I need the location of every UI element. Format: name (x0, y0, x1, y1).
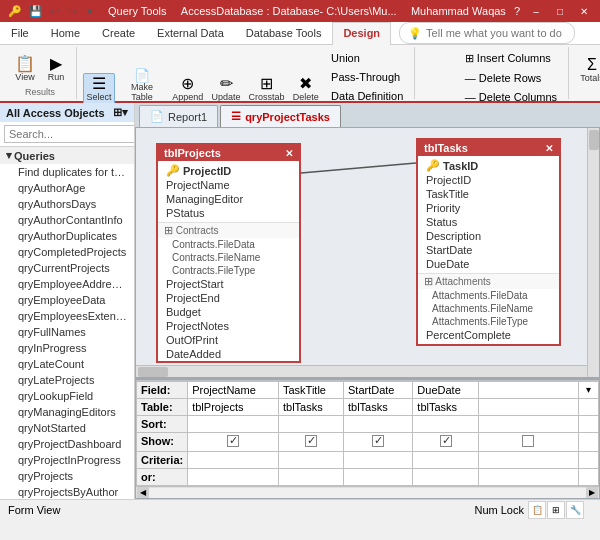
sidebar-item-qryauthorage[interactable]: qryAuthorAge (0, 180, 134, 196)
tab-database-tools[interactable]: Database Tools (235, 22, 333, 44)
tab-create[interactable]: Create (91, 22, 146, 44)
grid-cell-startdate-field[interactable]: StartDate (343, 382, 412, 399)
insert-columns-button[interactable]: ⊞ Insert Columns (460, 49, 562, 68)
pass-through-button[interactable]: Pass-Through (326, 68, 408, 86)
grid-cell-dropdown[interactable]: ▾ (579, 382, 599, 399)
sidebar-item-qryprojectsbyauthor[interactable]: qryProjectsByAuthor (0, 484, 134, 499)
save-qa-btn[interactable]: 💾 (28, 3, 44, 19)
sidebar-item-qryprojects[interactable]: qryProjects (0, 468, 134, 484)
totals-button[interactable]: Σ Totals (575, 54, 600, 86)
table-area[interactable]: tblProjects ✕ 🔑 ProjectID ProjectName Ma… (136, 128, 599, 380)
form-view-btn[interactable]: 📋 (528, 501, 546, 519)
dropdown-qa-btn[interactable]: ▾ (82, 3, 98, 19)
sidebar-item-qryauthorsdays[interactable]: qryAuthorsDays (0, 196, 134, 212)
sidebar-item-qrymanagingeditors[interactable]: qryManagingEditors (0, 404, 134, 420)
run-button[interactable]: ▶ Run (42, 53, 70, 85)
sidebar-item-qrylatecount[interactable]: qryLateCount (0, 356, 134, 372)
sidebar-item-qrylookupfield[interactable]: qryLookupField (0, 388, 134, 404)
scroll-right-btn[interactable]: ▶ (586, 487, 598, 499)
design-view-btn[interactable]: 🔧 (566, 501, 584, 519)
grid-cell-duedate-table[interactable]: tblTasks (413, 399, 479, 416)
grid-cell-duedate-show[interactable] (413, 433, 479, 452)
append-button[interactable]: ⊕ Append (169, 73, 206, 105)
contracts-expand-icon[interactable]: ⊞ (164, 224, 173, 236)
show-checkbox-duedate[interactable] (440, 435, 452, 447)
sidebar-search-input[interactable] (4, 125, 135, 143)
grid-cell-projectname-criteria[interactable] (188, 452, 279, 469)
grid-cell-projectname-show[interactable] (188, 433, 279, 452)
sidebar-item-qryauthorcontantinfo[interactable]: qryAuthorContantInfo (0, 212, 134, 228)
grid-cell-tasktitle-table[interactable]: tblTasks (278, 399, 343, 416)
update-button[interactable]: ✏ Update (208, 73, 243, 105)
grid-cell-tasktitle-or[interactable] (278, 469, 343, 486)
grid-cell-empty-field[interactable] (478, 382, 578, 399)
doc-tab-report1[interactable]: 📄 Report1 (139, 105, 218, 127)
redo-qa-btn[interactable]: ↪ (64, 3, 80, 19)
grid-cell-duedate-or[interactable] (413, 469, 479, 486)
tell-me-input[interactable] (426, 27, 566, 39)
union-button[interactable]: Union (326, 49, 408, 67)
maximize-btn[interactable]: □ (552, 3, 568, 19)
show-checkbox-startdate[interactable] (372, 435, 384, 447)
layout-view-btn[interactable]: ⊞ (547, 501, 565, 519)
tab-home[interactable]: Home (40, 22, 91, 44)
sidebar-item-qryinprogress[interactable]: qryInProgress (0, 340, 134, 356)
attachments-expand-icon[interactable]: ⊞ (424, 275, 433, 287)
minimize-btn[interactable]: – (528, 3, 544, 19)
sidebar-item-qryfullnames[interactable]: qryFullNames (0, 324, 134, 340)
sidebar-item-findduplicates[interactable]: Find duplicates for tblAuthors (0, 164, 134, 180)
grid-cell-projectname-table[interactable]: tblProjects (188, 399, 279, 416)
tblprojects-close-icon[interactable]: ✕ (285, 148, 293, 159)
grid-cell-tasktitle-field[interactable]: TaskTitle (278, 382, 343, 399)
horizontal-scrollbar-grid[interactable]: ◀ ▶ (136, 486, 599, 498)
grid-cell-tasktitle-criteria[interactable] (278, 452, 343, 469)
sidebar-item-qrylateprojects[interactable]: qryLateProjects (0, 372, 134, 388)
sidebar-item-qrynotstarted[interactable]: qryNotStarted (0, 420, 134, 436)
select-button[interactable]: ☰ Select (83, 73, 115, 105)
sidebar-item-qryemployeeaddresses[interactable]: qryEmployeeAddresses (0, 276, 134, 292)
grid-cell-tasktitle-sort[interactable] (278, 416, 343, 433)
dropdown-icon[interactable]: ▾ (586, 384, 591, 395)
grid-cell-empty-show[interactable] (478, 433, 578, 452)
vertical-scrollbar[interactable] (587, 128, 599, 377)
grid-cell-startdate-criteria[interactable] (343, 452, 412, 469)
crosstab-button[interactable]: ⊞ Crosstab (246, 73, 288, 105)
sidebar-item-qryemployeesextended[interactable]: qryEmployeesExtended (0, 308, 134, 324)
tell-me-box[interactable]: 💡 (399, 22, 575, 44)
help-btn[interactable]: ? (514, 5, 520, 17)
grid-cell-startdate-table[interactable]: tblTasks (343, 399, 412, 416)
sidebar-section-queries-header[interactable]: ▾ Queries (0, 147, 134, 164)
delete-rows-button[interactable]: — Delete Rows (460, 69, 562, 87)
scroll-left-btn[interactable]: ◀ (137, 487, 149, 499)
tab-design[interactable]: Design (332, 22, 391, 45)
grid-cell-duedate-field[interactable]: DueDate (413, 382, 479, 399)
tbltasks-close-icon[interactable]: ✕ (545, 143, 553, 154)
grid-cell-tasktitle-show[interactable] (278, 433, 343, 452)
grid-cell-startdate-sort[interactable] (343, 416, 412, 433)
undo-qa-btn[interactable]: ↩ (46, 3, 62, 19)
show-checkbox-tasktitle[interactable] (305, 435, 317, 447)
sidebar-item-qryauthorduplicates[interactable]: qryAuthorDuplicates (0, 228, 134, 244)
sidebar-item-qryprojectinprogress[interactable]: qryProjectInProgress (0, 452, 134, 468)
grid-cell-duedate-criteria[interactable] (413, 452, 479, 469)
grid-cell-startdate-show[interactable] (343, 433, 412, 452)
grid-cell-empty-or[interactable] (478, 469, 578, 486)
show-checkbox-projectname[interactable] (227, 435, 239, 447)
sidebar-options-icon[interactable]: ⊞▾ (113, 106, 128, 119)
view-button[interactable]: 📋 View (10, 53, 40, 85)
grid-cell-projectname-field[interactable]: ProjectName (188, 382, 279, 399)
grid-cell-projectname-sort[interactable] (188, 416, 279, 433)
show-checkbox-empty[interactable] (522, 435, 534, 447)
delete-button[interactable]: ✖ Delete (289, 73, 322, 105)
sidebar-item-qrycurrentprojects[interactable]: qryCurrentProjects (0, 260, 134, 276)
grid-cell-empty-table[interactable] (478, 399, 578, 416)
grid-cell-projectname-or[interactable] (188, 469, 279, 486)
sidebar-item-qryemployeedata[interactable]: qryEmployeeData (0, 292, 134, 308)
close-btn[interactable]: ✕ (576, 3, 592, 19)
grid-cell-startdate-or[interactable] (343, 469, 412, 486)
tab-external-data[interactable]: External Data (146, 22, 235, 44)
make-table-button[interactable]: 📄 Make Table (117, 66, 167, 105)
grid-cell-empty-sort[interactable] (478, 416, 578, 433)
sidebar-item-qrycompletedprojects[interactable]: qryCompletedProjects (0, 244, 134, 260)
tab-file[interactable]: File (0, 22, 40, 44)
